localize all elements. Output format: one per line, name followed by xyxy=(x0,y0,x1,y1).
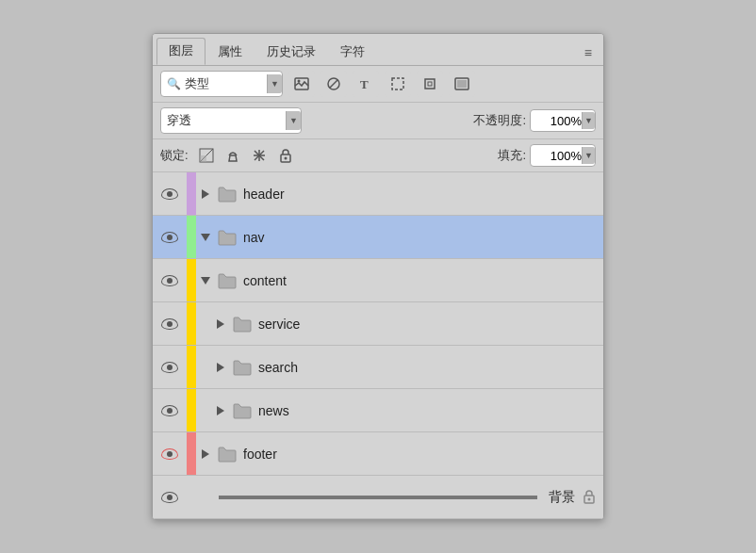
layer-row[interactable]: search xyxy=(153,346,603,389)
expand-toggle[interactable] xyxy=(196,189,215,199)
layer-row[interactable]: 背景 xyxy=(153,476,603,519)
blend-mode-select[interactable]: 穿透 ▼ xyxy=(160,107,302,134)
tab-properties[interactable]: 属性 xyxy=(205,39,255,65)
expand-toggle[interactable] xyxy=(211,363,230,372)
layer-row[interactable]: header xyxy=(153,172,603,216)
visibility-toggle[interactable] xyxy=(153,492,187,503)
blend-mode-label: 穿透 xyxy=(167,112,282,129)
layer-name: header xyxy=(239,187,603,202)
tab-history[interactable]: 历史记录 xyxy=(255,39,328,65)
eye-icon xyxy=(161,405,178,416)
layer-color-swatch xyxy=(187,216,196,258)
layer-row[interactable]: service xyxy=(153,302,603,346)
eye-icon xyxy=(161,232,178,243)
expand-toggle[interactable] xyxy=(211,406,230,415)
layer-name: service xyxy=(255,317,603,332)
layer-row[interactable]: footer xyxy=(153,432,603,476)
folder-icon xyxy=(215,186,239,203)
eye-icon xyxy=(161,492,178,503)
folder-icon xyxy=(215,272,239,289)
svg-point-17 xyxy=(284,156,287,159)
visibility-toggle[interactable] xyxy=(153,448,187,460)
visibility-toggle[interactable] xyxy=(153,232,187,243)
layer-name: search xyxy=(255,360,603,375)
folder-icon xyxy=(215,229,239,246)
folder-icon xyxy=(230,402,255,419)
eye-icon xyxy=(161,275,178,286)
layer-name: content xyxy=(239,273,603,288)
collapse-icon xyxy=(201,277,210,285)
layer-row[interactable]: content xyxy=(153,259,603,302)
fill-input[interactable]: 100% ▼ xyxy=(530,144,596,167)
svg-rect-4 xyxy=(392,78,403,89)
type-filter-label: 类型 xyxy=(185,75,263,92)
blend-mode-arrow: ▼ xyxy=(286,111,301,130)
svg-rect-11 xyxy=(200,155,206,162)
layer-name: nav xyxy=(239,230,603,245)
svg-point-19 xyxy=(588,498,591,501)
folder-icon xyxy=(230,359,255,376)
opacity-input[interactable]: 100% ▼ xyxy=(530,109,596,132)
opacity-group: 不透明度: 100% ▼ xyxy=(473,109,596,132)
tab-layers[interactable]: 图层 xyxy=(156,38,205,65)
text-filter-btn[interactable]: T xyxy=(353,71,379,97)
svg-rect-5 xyxy=(425,79,435,89)
svg-rect-6 xyxy=(428,82,432,86)
lock-pixels-btn[interactable] xyxy=(222,145,243,166)
blend-opacity-toolbar: 穿透 ▼ 不透明度: 100% ▼ xyxy=(153,103,603,139)
expand-icon xyxy=(202,449,209,459)
fill-label: 填充: xyxy=(498,147,526,164)
panel-menu-icon[interactable]: ≡ xyxy=(577,41,600,65)
type-filter-arrow: ▼ xyxy=(267,74,282,93)
fill-group: 填充: 100% ▼ xyxy=(498,144,596,167)
svg-rect-8 xyxy=(457,80,467,88)
thumbnail-btn[interactable] xyxy=(449,71,475,97)
shape-filter-btn[interactable] xyxy=(385,71,411,97)
svg-text:T: T xyxy=(360,77,369,91)
fill-arrow: ▼ xyxy=(582,147,595,164)
filter-toolbar: 🔍 类型 ▼ T xyxy=(153,66,603,103)
layer-row[interactable]: news xyxy=(153,389,603,432)
image-filter-btn[interactable] xyxy=(288,71,315,97)
collapse-icon xyxy=(201,234,210,241)
tab-character[interactable]: 字符 xyxy=(328,39,377,65)
expand-toggle[interactable] xyxy=(211,319,230,329)
opacity-label: 不透明度: xyxy=(473,112,526,129)
lock-label: 锁定: xyxy=(160,147,189,164)
type-filter-select[interactable]: 🔍 类型 ▼ xyxy=(160,71,283,97)
lock-position-btn[interactable] xyxy=(249,145,270,166)
layers-panel: 图层 属性 历史记录 字符 ≡ 🔍 类型 ▼ xyxy=(152,33,604,520)
artboard-filter-btn[interactable] xyxy=(417,71,443,97)
fill-value: 100% xyxy=(534,149,582,163)
opacity-value: 100% xyxy=(534,114,582,128)
lock-all-btn[interactable] xyxy=(275,145,296,166)
expand-icon xyxy=(202,189,209,199)
visibility-toggle[interactable] xyxy=(153,362,187,373)
eye-icon xyxy=(161,362,178,373)
visibility-toggle[interactable] xyxy=(153,188,187,200)
layer-color-swatch xyxy=(187,302,196,345)
eye-icon xyxy=(161,188,178,200)
expand-toggle[interactable] xyxy=(196,234,215,241)
expand-toggle[interactable] xyxy=(196,449,215,459)
adjustment-filter-btn[interactable] xyxy=(320,71,347,97)
lock-fill-toolbar: 锁定: xyxy=(153,139,603,172)
lock-transparent-btn[interactable] xyxy=(196,145,217,166)
visibility-toggle[interactable] xyxy=(153,405,187,416)
layer-color-swatch xyxy=(187,476,196,518)
layer-name: 背景 xyxy=(545,489,575,506)
expand-icon xyxy=(217,363,224,372)
eye-icon xyxy=(161,448,178,460)
expand-icon xyxy=(217,406,224,415)
folder-icon xyxy=(230,316,255,333)
background-lock-icon xyxy=(575,490,603,504)
expand-toggle[interactable] xyxy=(196,277,215,285)
layer-color-swatch xyxy=(187,259,196,301)
visibility-toggle[interactable] xyxy=(153,275,187,286)
layer-color-swatch xyxy=(187,432,196,475)
background-line xyxy=(219,496,537,499)
visibility-toggle[interactable] xyxy=(153,318,187,330)
layer-row[interactable]: nav xyxy=(153,216,603,259)
layer-color-swatch xyxy=(187,346,196,388)
layer-name: footer xyxy=(239,447,603,462)
